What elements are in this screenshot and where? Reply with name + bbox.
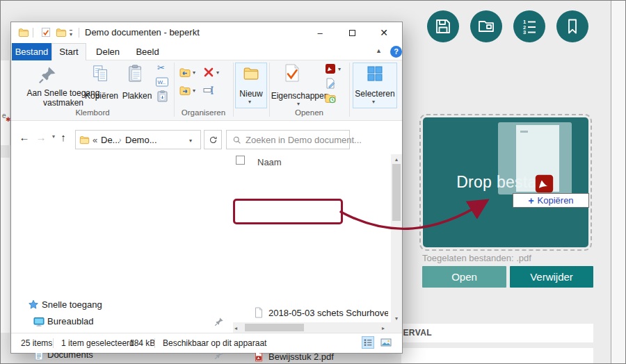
sidebar-item-snelle-toegang[interactable]: Snelle toegang xyxy=(11,297,231,313)
quick-action-folder-outline-icon[interactable] xyxy=(470,10,502,42)
search-placeholder: Zoeken in Demo document... xyxy=(246,135,362,145)
scroll-left-icon[interactable]: ◂ xyxy=(234,325,237,331)
back-icon[interactable]: ← xyxy=(17,131,32,143)
folder-icon xyxy=(18,27,29,38)
availability-status: Beschikbaar op dit apparaat xyxy=(163,338,266,348)
copy-button[interactable]: Kopiëren xyxy=(82,92,121,101)
selection-info: 1 item geselecteerd xyxy=(61,338,134,348)
explorer-main: Snelle toegang Bureaublad Downloads Docu… xyxy=(11,154,402,333)
plus-icon: + xyxy=(528,195,533,206)
breadcrumb-chevrons[interactable]: « xyxy=(93,135,97,145)
edit-icon[interactable] xyxy=(325,78,336,89)
qat-customize-icon[interactable]: ▾ xyxy=(70,30,72,38)
dropzone-surface: Drop bestand xyxy=(423,117,588,247)
breadcrumb-separator: › xyxy=(119,136,121,144)
hscroll-thumb[interactable] xyxy=(245,324,304,331)
address-bar[interactable]: « De... › Demo... ▾ xyxy=(75,130,201,149)
breadcrumb-current[interactable]: Demo... xyxy=(125,135,157,145)
file-row-2018-05-03-schets-schurhoven-7[interactable]: 2018-05-03 schets Schurhoven 7 xyxy=(233,306,391,320)
drag-ghost-line xyxy=(520,131,528,133)
select-icon xyxy=(367,65,383,82)
quick-action-bookmark-icon[interactable] xyxy=(556,10,588,42)
horizontal-scrollbar[interactable]: ◂ ▸ xyxy=(233,322,391,333)
help-button[interactable]: ? xyxy=(390,46,402,58)
paste-icon[interactable] xyxy=(127,65,145,83)
open-group-label: Openen xyxy=(269,108,349,118)
scroll-down-icon[interactable]: ▾ xyxy=(391,315,402,322)
screenshot-root: 123 e ✱ Drop bestand + Kopiëren Toegelat… xyxy=(0,0,626,364)
delete-button[interactable]: Verwijder xyxy=(510,266,593,288)
file-type-icon xyxy=(253,307,264,318)
maximize-button[interactable] xyxy=(339,22,364,43)
clipboard-group-label: Klembord xyxy=(11,108,174,118)
section-header-verval: VERVAL xyxy=(387,324,593,342)
open-button[interactable]: Open xyxy=(422,266,506,288)
scroll-right-icon[interactable]: ▸ xyxy=(382,325,385,331)
section-row xyxy=(401,348,593,364)
collapse-ribbon-icon[interactable]: ▲ xyxy=(376,47,382,54)
vscroll-thumb[interactable] xyxy=(392,164,401,221)
tab-bestand[interactable]: Bestand xyxy=(12,43,51,60)
folder-icon[interactable] xyxy=(56,27,67,38)
page-left-panel-sliver xyxy=(1,60,10,145)
bookmark-icon xyxy=(563,17,581,35)
svg-text:W..: W.. xyxy=(158,79,166,85)
organize-group-label: Organiseren xyxy=(174,108,233,118)
address-toolbar: ← → ▾ ↑ « De... › Demo... ▾ Zoeken in De… xyxy=(11,121,402,154)
scroll-up-icon[interactable]: ▴ xyxy=(391,156,402,163)
title-bar[interactable]: ▾ Demo documenten - beperkt – ✕ xyxy=(11,22,402,43)
pdf-badge-icon xyxy=(534,174,554,194)
minimize-button[interactable]: – xyxy=(307,22,332,43)
copy-to-icon[interactable] xyxy=(179,85,191,96)
details-view-icon[interactable] xyxy=(362,336,374,349)
ribbon: Aan Snelle toegang vastmaken Kopiëren Pl… xyxy=(11,60,402,121)
properties-button[interactable]: Eigenschappen xyxy=(269,92,330,101)
copy-icon[interactable] xyxy=(92,65,110,83)
name-column-header[interactable]: Naam xyxy=(257,157,282,167)
tab-start[interactable]: Start xyxy=(51,43,86,60)
folder-icon xyxy=(79,135,90,144)
open-with-acrobat-icon[interactable] xyxy=(325,63,336,74)
file-name: Bewijsstuk 2.pdf xyxy=(268,351,388,362)
refresh-button[interactable] xyxy=(204,130,222,149)
copy-path-icon[interactable]: W.. xyxy=(156,77,168,87)
vertical-scrollbar[interactable]: ▴ ▾ xyxy=(391,154,402,333)
breadcrumb-parent[interactable]: De... xyxy=(101,135,120,145)
history-icon[interactable] xyxy=(325,92,336,104)
explorer-window: ▾ Demo documenten - beperkt – ✕ Bestand … xyxy=(10,22,403,354)
move-to-icon[interactable] xyxy=(179,67,191,78)
delete-icon[interactable] xyxy=(203,67,214,78)
properties-check-icon[interactable] xyxy=(40,27,51,38)
pin-icon[interactable] xyxy=(38,65,57,85)
pin-icon xyxy=(214,317,224,326)
tab-delen[interactable]: Delen xyxy=(90,43,125,60)
search-box[interactable]: Zoeken in Demo document... xyxy=(226,130,350,149)
address-dropdown-icon[interactable]: ▾ xyxy=(189,138,192,144)
quick-action-save-icon[interactable] xyxy=(427,10,459,42)
paste-shortcut-icon[interactable] xyxy=(157,90,168,102)
new-folder-icon xyxy=(243,65,259,81)
tab-beeld[interactable]: Beeld xyxy=(130,43,165,60)
copy-drag-tooltip: + Kopiëren xyxy=(513,193,589,208)
select-button-label: Selecteren xyxy=(353,90,397,99)
svg-text:3: 3 xyxy=(523,29,526,35)
refresh-icon xyxy=(209,135,218,144)
numbered-list-icon: 123 xyxy=(520,17,538,35)
allowed-files-note: Toegelaten bestanden: .pdf xyxy=(422,253,531,263)
quick-action-numbered-list-icon[interactable]: 123 xyxy=(513,10,545,42)
page-left-panel-sliver-2 xyxy=(1,158,10,333)
rename-icon[interactable] xyxy=(203,85,214,96)
sidebar-item-icon xyxy=(33,316,45,327)
file-name: 2018-05-03 schets Schurhoven 7 xyxy=(268,308,388,318)
thumbnail-view-icon[interactable] xyxy=(380,336,392,349)
properties-icon[interactable] xyxy=(282,63,302,83)
file-dropzone[interactable]: Drop bestand xyxy=(419,114,592,251)
paste-button[interactable]: Plakken xyxy=(121,92,153,101)
cut-icon[interactable]: ✂ xyxy=(157,63,165,73)
sidebar-item-icon xyxy=(28,299,39,311)
select-all-checkbox[interactable] xyxy=(236,156,245,165)
sidebar-item-bureaublad[interactable]: Bureaublad xyxy=(11,314,231,329)
up-icon[interactable]: ↑ xyxy=(56,131,71,143)
page-scrollbar[interactable] xyxy=(611,1,626,363)
close-button[interactable]: ✕ xyxy=(371,22,396,43)
